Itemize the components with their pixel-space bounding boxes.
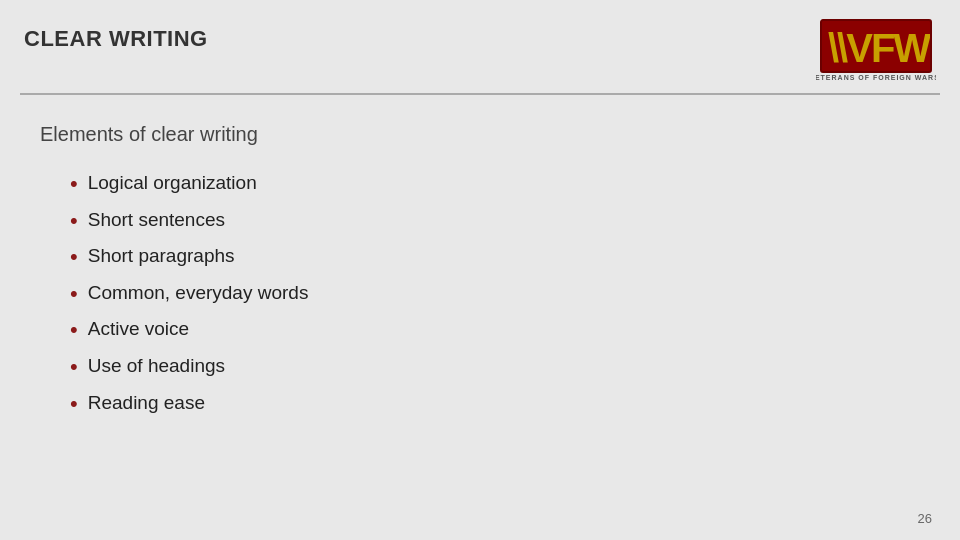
list-item-text: Short sentences [88, 207, 225, 234]
list-item-text: Short paragraphs [88, 243, 235, 270]
list-item: •Common, everyday words [70, 280, 920, 309]
list-item-text: Active voice [88, 316, 189, 343]
slide-header: CLEAR WRITING \\VFW VETERANS OF FOREIGN … [0, 0, 960, 93]
section-title: Elements of clear writing [40, 123, 920, 146]
bullet-icon: • [70, 390, 78, 419]
bullet-icon: • [70, 353, 78, 382]
page-number: 26 [918, 511, 932, 526]
list-item-text: Common, everyday words [88, 280, 309, 307]
slide: CLEAR WRITING \\VFW VETERANS OF FOREIGN … [0, 0, 960, 540]
bullet-icon: • [70, 207, 78, 236]
bullet-icon: • [70, 280, 78, 309]
list-item: •Short paragraphs [70, 243, 920, 272]
list-item: •Reading ease [70, 390, 920, 419]
bullet-icon: • [70, 170, 78, 199]
bullet-icon: • [70, 243, 78, 272]
list-item-text: Use of headings [88, 353, 225, 380]
vfw-logo: \\VFW VETERANS OF FOREIGN WARS. [816, 18, 936, 83]
list-item-text: Reading ease [88, 390, 205, 417]
svg-text:\\VFW: \\VFW [828, 26, 931, 70]
list-item: •Short sentences [70, 207, 920, 236]
slide-title: CLEAR WRITING [24, 18, 208, 52]
list-item: •Logical organization [70, 170, 920, 199]
vfw-logo-container: \\VFW VETERANS OF FOREIGN WARS. [816, 18, 936, 83]
bullet-icon: • [70, 316, 78, 345]
list-item-text: Logical organization [88, 170, 257, 197]
bullet-list: •Logical organization•Short sentences•Sh… [40, 170, 920, 418]
list-item: •Active voice [70, 316, 920, 345]
slide-content: Elements of clear writing •Logical organ… [0, 95, 960, 446]
list-item: •Use of headings [70, 353, 920, 382]
svg-text:VETERANS OF FOREIGN WARS.: VETERANS OF FOREIGN WARS. [816, 74, 936, 81]
